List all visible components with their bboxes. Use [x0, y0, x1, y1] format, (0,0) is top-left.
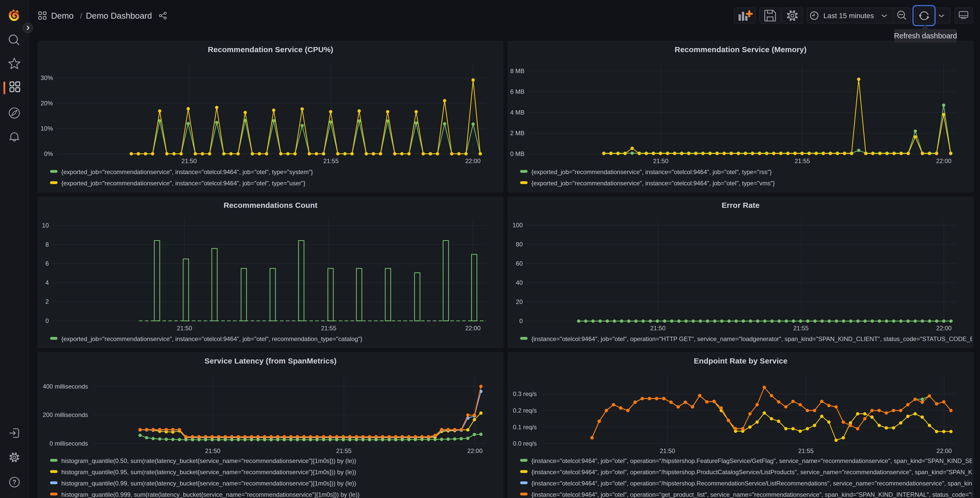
svg-text:/: / — [80, 12, 82, 20]
svg-text:Demo Dashboard: Demo Dashboard — [86, 11, 152, 21]
svg-text:Last 15 minutes: Last 15 minutes — [823, 12, 874, 20]
svg-text:Demo: Demo — [51, 11, 73, 21]
svg-text:Refresh dashboard: Refresh dashboard — [894, 32, 957, 40]
